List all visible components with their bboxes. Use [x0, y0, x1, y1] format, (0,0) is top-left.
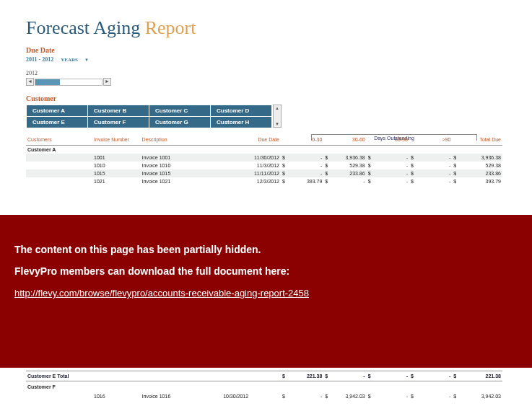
year-slider[interactable]: ◄ ►	[26, 78, 506, 86]
customer-cell[interactable]: Customer F	[88, 117, 149, 128]
customer-cell[interactable]: Customer E	[27, 117, 88, 128]
scroll-down-icon[interactable]: ▼	[274, 121, 281, 127]
customer-cell[interactable]: Customer H	[211, 117, 272, 128]
hidden-content-overlay: The content on this page has been partia…	[0, 215, 532, 368]
table-row: 1001 Invoice 1001 11/30/2012 $- $3,936.3…	[26, 154, 502, 162]
slider-track[interactable]	[35, 79, 103, 86]
table-row: 1015 Invoice 1015 11/11/2012 $- $233.86 …	[26, 169, 502, 177]
overlay-line1: The content on this page has been partia…	[14, 244, 518, 255]
title-part1: Forecast Aging	[26, 17, 145, 38]
customer-cell[interactable]: Customer A	[27, 105, 88, 117]
slider-year-label: 2012	[26, 70, 506, 76]
aging-table: Customers Invoice Number Description Due…	[26, 136, 502, 185]
page-title: Forecast Aging Report	[26, 17, 506, 39]
title-part2: Report	[145, 17, 196, 38]
chevron-down-icon: ▼	[84, 58, 89, 62]
scroll-up-icon[interactable]: ▲	[274, 105, 281, 111]
group-total-row: Customer E Total $221.38 $- $- $- $221.3…	[26, 371, 502, 381]
customer-grid-scrollbar[interactable]: ▲ ▼	[273, 105, 282, 128]
group-header: Customer A	[26, 146, 502, 154]
col-desc: Description	[141, 136, 222, 146]
slider-right-arrow-icon[interactable]: ►	[103, 78, 111, 86]
overlay-link[interactable]: http://flevy.com/browse/flevypro/account…	[14, 288, 309, 299]
year-range: 2011 - 2012	[26, 56, 53, 63]
overlay-line2: FlevyPro members can download the full d…	[14, 265, 518, 277]
customer-grid: Customer A Customer B Customer C Custome…	[26, 105, 272, 128]
table-row: 1016 Invoice 1016 10/30/2012 $- $3,942.0…	[26, 392, 502, 400]
due-date-label: Due Date	[26, 46, 506, 54]
days-outstanding-header: Days Outstanding	[311, 134, 477, 141]
group-header: Customer F	[26, 381, 502, 393]
aging-table-continued: Customer E Total $221.38 $- $- $- $221.3…	[26, 371, 502, 400]
customer-cell[interactable]: Customer B	[88, 105, 149, 117]
slider-fill	[35, 79, 60, 85]
slider-left-arrow-icon[interactable]: ◄	[26, 78, 34, 86]
col-customers: Customers	[26, 136, 92, 146]
years-dropdown[interactable]: YEARS ▼	[61, 57, 95, 63]
customer-cell[interactable]: Customer G	[149, 117, 211, 128]
table-row: 1021 Invoice 1021 12/3/2012 $393.79 $- $…	[26, 177, 502, 185]
customer-cell[interactable]: Customer C	[149, 105, 211, 117]
customer-cell[interactable]: Customer D	[211, 105, 272, 117]
col-due: Due Date	[222, 136, 281, 146]
col-invoice: Invoice Number	[92, 136, 141, 146]
table-row: 1010 Invoice 1010 11/3/2012 $- $529.38 $…	[26, 162, 502, 169]
customer-label: Customer	[26, 94, 506, 102]
